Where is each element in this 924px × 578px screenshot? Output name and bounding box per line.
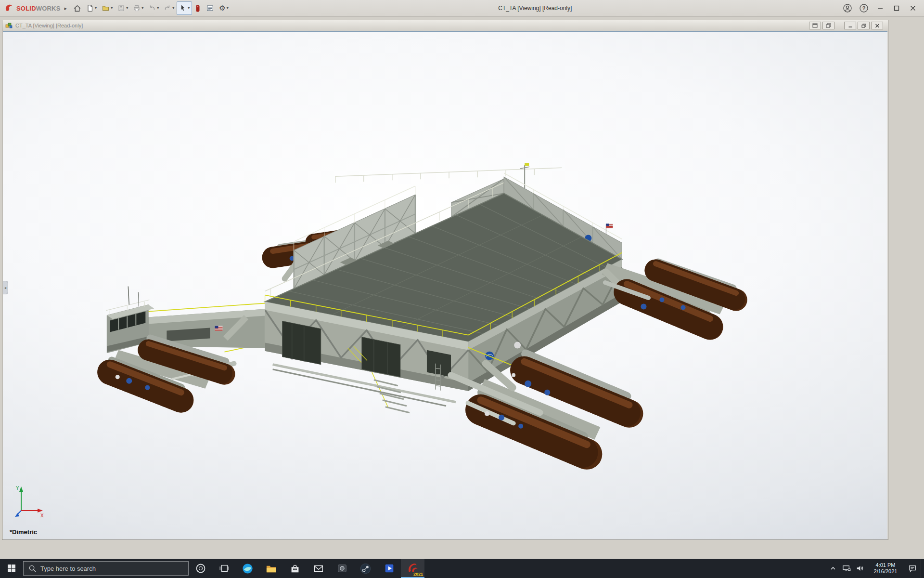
taskbar-app-file-explorer[interactable] [259, 559, 283, 578]
maximize-icon [893, 5, 900, 12]
dropdown-arrow-icon[interactable]: ▾ [172, 6, 174, 10]
open-button[interactable]: ▾ [99, 1, 115, 15]
help-icon: ? [859, 3, 869, 13]
taskbar-app-store[interactable] [283, 559, 307, 578]
crawler-transporter-model [3, 32, 887, 539]
cascade-window-icon [826, 23, 831, 28]
redo-icon [164, 4, 171, 12]
solidworks-logo: SOLIDWORKS [3, 4, 64, 13]
dropdown-arrow-icon[interactable]: ▾ [126, 6, 128, 10]
brand-word-primary: SOLID [16, 5, 36, 12]
network-status-icon[interactable] [840, 559, 853, 578]
window-cascade-button[interactable] [822, 22, 834, 29]
sheet-format-button[interactable] [204, 1, 217, 15]
photos-app-icon [336, 563, 348, 574]
save-button[interactable]: ▾ [115, 1, 130, 15]
3dexperience-icon [194, 4, 201, 13]
doc-minimize-button[interactable] [844, 22, 856, 29]
dropdown-arrow-icon[interactable]: ▾ [227, 6, 229, 10]
print-icon [133, 4, 141, 12]
action-center-button[interactable] [904, 559, 921, 578]
start-button[interactable] [0, 559, 23, 578]
maximize-button[interactable] [888, 1, 905, 15]
print-button[interactable]: ▾ [130, 1, 146, 15]
close-button[interactable] [905, 1, 921, 15]
document-title-bar: CT_TA [Viewing] [Read-only] [2, 20, 888, 31]
taskbar-app-steam[interactable] [354, 559, 377, 578]
new-document-icon [86, 4, 94, 12]
dropdown-arrow-icon[interactable]: ▾ [157, 6, 159, 10]
rear-railings [335, 168, 562, 183]
redo-button[interactable]: ▾ [161, 1, 177, 15]
flag-right [606, 223, 613, 234]
dropdown-arrow-icon[interactable]: ▾ [95, 6, 97, 10]
minimize-icon [877, 5, 884, 12]
doc-restore-button[interactable] [858, 22, 870, 29]
track-assembly-left [110, 339, 234, 400]
options-button[interactable]: ⚙ ▾ [217, 1, 231, 15]
task-view-icon [219, 563, 230, 574]
solidworks-year-badge: 2021 [413, 572, 423, 577]
close-icon [910, 5, 916, 12]
track-assembly-right [602, 262, 736, 327]
open-folder-icon [102, 4, 110, 12]
movies-tv-icon [384, 563, 395, 574]
taskbar-task-view-button[interactable] [212, 559, 236, 578]
svg-text:?: ? [862, 5, 866, 11]
home-button[interactable] [71, 1, 84, 15]
ds-logo-icon [5, 4, 14, 12]
taskbar-clock[interactable]: 4:01 PM 2/16/2021 [867, 562, 904, 575]
app-title: CT_TA [Viewing] [Read-only] [231, 5, 839, 12]
breadcrumb-arrow-icon[interactable]: ▸ [64, 5, 71, 12]
taskbar-app-edge[interactable] [236, 559, 259, 578]
network-monitor-icon [842, 565, 851, 572]
taskbar-app-photos[interactable] [330, 559, 354, 578]
taskbar-app-solidworks[interactable]: 2021 [401, 559, 424, 578]
mail-icon [313, 563, 324, 574]
window-tile-button[interactable] [809, 22, 821, 29]
help-button[interactable]: ? [856, 1, 872, 15]
undo-icon [148, 4, 156, 12]
orientation-triad[interactable]: Y X [13, 484, 47, 520]
document-window: CT_TA [Viewing] [Read-only] [2, 20, 888, 540]
gear-icon: ⚙ [219, 4, 225, 12]
file-explorer-icon [265, 563, 277, 575]
search-icon [29, 565, 36, 572]
document-window-controls [809, 22, 885, 29]
home-icon [73, 4, 81, 13]
system-tray: 4:01 PM 2/16/2021 [826, 559, 924, 578]
cortana-icon [195, 563, 206, 574]
triad-y-arrow [19, 486, 23, 492]
taskbar-search-box[interactable]: Type here to search [23, 561, 189, 576]
dropdown-arrow-icon[interactable]: ▾ [111, 6, 113, 10]
select-tool-button[interactable]: ▾ [177, 1, 192, 15]
undo-button[interactable]: ▾ [146, 1, 161, 15]
doc-close-button[interactable] [871, 22, 883, 29]
volume-icon[interactable] [853, 559, 867, 578]
panel-collapse-tab[interactable]: ◂ [3, 281, 8, 294]
brand-word-secondary: WORKS [36, 5, 61, 12]
select-cursor-icon [179, 4, 187, 12]
us-flag [215, 326, 222, 331]
assembly-document-icon [5, 22, 13, 29]
show-desktop-button[interactable] [921, 559, 924, 578]
save-icon [117, 4, 125, 12]
dropdown-arrow-icon[interactable]: ▾ [141, 6, 143, 10]
minimize-button[interactable] [872, 1, 888, 15]
steam-icon [359, 563, 372, 575]
speaker-icon [856, 565, 864, 572]
clock-time: 4:01 PM [867, 562, 904, 568]
collapse-chevron-icon: ◂ [4, 286, 6, 290]
microsoft-store-icon [289, 563, 301, 574]
graphics-viewport[interactable]: Y X *Dimetric ◂ [3, 31, 887, 539]
new-document-button[interactable]: ▾ [84, 1, 99, 15]
hidden-icons-chevron[interactable] [826, 559, 840, 578]
account-button[interactable] [839, 1, 856, 15]
taskbar-app-mail[interactable] [307, 559, 330, 578]
3dexperience-button[interactable] [192, 1, 204, 15]
taskbar-app-movies-tv[interactable] [377, 559, 401, 578]
dropdown-arrow-icon[interactable]: ▾ [188, 6, 190, 10]
doc-minimize-icon [848, 24, 853, 28]
taskbar-app-cortana[interactable] [189, 559, 212, 578]
round-placard [514, 342, 521, 349]
